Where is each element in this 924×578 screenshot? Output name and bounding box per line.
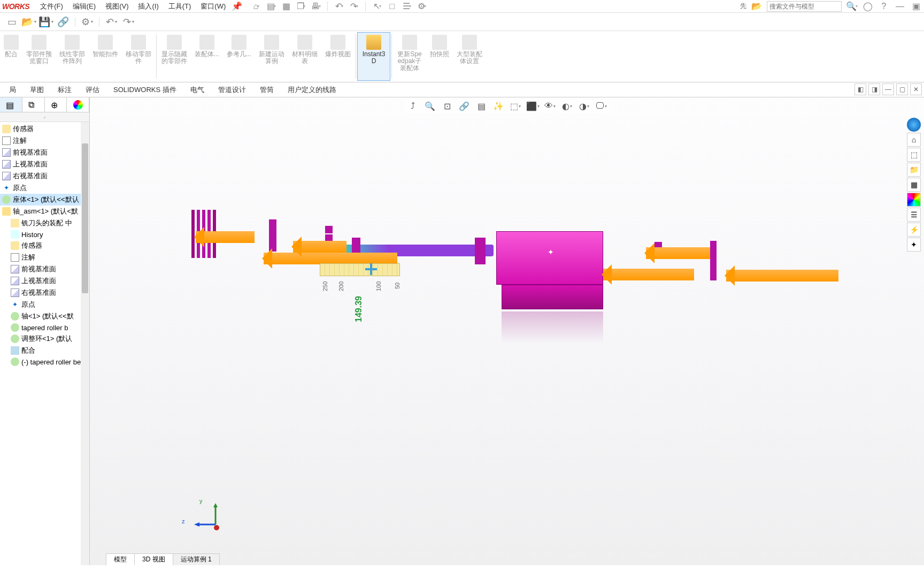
dim-icon[interactable]: □ [386,1,398,12]
minimize-icon[interactable]: — [894,1,906,12]
open-btn[interactable]: 📂 [21,14,36,29]
doc-close-btn[interactable]: ✕ [910,83,922,95]
user-icon[interactable]: ◯ [862,1,874,12]
redo2-btn[interactable]: ↷ [121,14,136,29]
undo-icon[interactable]: ↶ [333,1,345,12]
menu-window[interactable]: 窗口(W) [196,1,230,12]
tree-node-10[interactable]: 传感器 [0,240,89,252]
rt-motion-icon[interactable]: ⚡ [907,223,921,237]
print-icon[interactable]: 🖶 [310,1,322,12]
vp-normal-icon[interactable]: ⤴ [405,100,420,112]
fp-tab-config[interactable]: ⧉ [22,97,45,112]
tree-node-7[interactable]: 轴_asm<1> (默认<默 [0,206,89,217]
tab-userroute[interactable]: 用户定义的线路 [281,82,343,97]
tab-sketch[interactable]: 草图 [23,82,51,97]
tree-node-3[interactable]: 上视基准面 [0,158,89,170]
vp-display-style-icon[interactable]: ⬛ [525,100,540,112]
tree-node-15[interactable]: 原点 [0,299,89,310]
vp-zoom-area-icon[interactable]: ⊡ [440,100,455,112]
btab-motion[interactable]: 运动算例 1 [173,553,220,565]
fp-tab-tree[interactable]: ▤ [0,97,22,112]
tree-node-8[interactable]: 铣刀头的装配 中 [0,217,89,229]
rt-home-icon[interactable]: ⌂ [907,133,921,147]
search-icon[interactable]: 🔍 [846,1,858,12]
vp-appear-icon[interactable]: ◑ [576,100,591,112]
tab-pipe[interactable]: 管道设计 [211,82,253,97]
tree-node-19[interactable]: 配合 [0,345,89,356]
folder-open-icon[interactable]: 📂 [751,1,763,12]
gear-icon[interactable]: ⚙ [416,1,428,12]
tree-node-12[interactable]: 前视基准面 [0,263,89,275]
tab-evaluate[interactable]: 评估 [79,82,106,97]
redo-icon[interactable]: ↷ [348,1,360,12]
doc-icon[interactable]: ▤ [265,1,277,12]
tree-node-4[interactable]: 右视基准面 [0,170,89,182]
rt-list-icon[interactable]: ☰ [907,208,921,222]
tab-electric[interactable]: 电气 [183,82,211,97]
menu-edit[interactable]: 编辑(E) [68,1,100,12]
menu-tools[interactable]: 工具(T) [164,1,196,12]
tree-node-14[interactable]: 右视基准面 [0,287,89,299]
tree-node-6[interactable]: 座体<1> (默认<<默认 [0,194,89,206]
tree-node-20[interactable]: (-) tapered roller be [0,356,89,367]
layers-icon[interactable]: ❐ [295,1,307,12]
rt-box-icon[interactable]: ⬚ [907,148,921,162]
select-icon[interactable]: ↖ [371,1,383,12]
fp-tab-appear[interactable] [67,97,89,112]
tree-node-9[interactable]: History [0,229,89,240]
vp-zoom-fit-icon[interactable]: 🔍 [422,100,437,112]
list-icon[interactable]: ☰ [401,1,413,12]
tab-plugins[interactable]: SOLIDWORKS 插件 [106,82,183,97]
panel-right-btn[interactable]: ◨ [868,83,880,95]
vp-prev-view-icon[interactable]: 🔗 [457,100,472,112]
vp-hide-show-icon[interactable]: 👁 [542,100,557,112]
tree-node-2[interactable]: 前视基准面 [0,147,89,158]
maximize-icon[interactable]: ▣ [910,1,922,12]
save-btn[interactable]: 💾 [38,14,53,29]
menu-insert[interactable]: 插入(I) [134,1,163,12]
btab-model[interactable]: 模型 [106,553,135,565]
vp-scene-icon[interactable]: ◐ [559,100,574,112]
tab-tube[interactable]: 管筒 [253,82,281,97]
options-btn[interactable]: ⚙ [80,14,95,29]
rt-render-icon[interactable]: ✦ [907,238,921,252]
vp-section-icon[interactable]: ▤ [474,100,489,112]
instant3d-ruler[interactable] [320,263,400,276]
panel-left-btn[interactable]: ◧ [854,83,866,95]
ribbon-btn-11[interactable]: Instant3D [357,32,390,81]
tree-node-1[interactable]: 注解 [0,135,89,147]
tree-node-16[interactable]: 轴<1> (默认<<默 [0,310,89,322]
vp-dynamic-icon[interactable]: ✨ [491,100,506,112]
vp-view-orient-icon[interactable]: ⬚ [508,100,523,112]
tree-node-18[interactable]: 调整环<1> (默认 [0,333,89,345]
tree-node-17[interactable]: tapered roller b [0,322,89,333]
search-input[interactable] [767,1,842,12]
tree-node-0[interactable]: 传感器 [0,123,89,135]
menu-view[interactable]: 视图(V) [101,1,133,12]
doc-min-btn[interactable]: — [882,83,894,95]
home-icon[interactable]: ⌂ [250,1,262,12]
rt-folder-icon[interactable]: 📁 [907,163,921,177]
tree-scrollbar[interactable] [81,122,89,565]
doc-max-btn[interactable]: ▢ [896,83,908,95]
tab-layout[interactable]: 局 [2,82,23,97]
tab-annotate[interactable]: 标注 [51,82,79,97]
new-btn[interactable]: ▭ [4,14,19,29]
fp-tab-display[interactable]: ⊕ [45,97,67,112]
menu-file[interactable]: 文件(F) [36,1,67,12]
move-handle-icon[interactable] [365,263,377,275]
grid-icon[interactable]: ▦ [280,1,292,12]
tree-node-11[interactable]: 注解 [0,252,89,263]
undo2-btn[interactable]: ↶ [104,14,119,29]
attach-btn[interactable]: 🔗 [56,14,71,29]
pin-icon[interactable]: 📌 [231,1,243,12]
orientation-triad[interactable] [194,501,226,533]
viewport-3d[interactable]: ⤴ 🔍 ⊡ 🔗 ▤ ✨ ⬚ ⬛ 👁 ◐ ◑ 🖵 ✦ [90,97,924,565]
rt-grid-icon[interactable]: ▦ [907,178,921,192]
help-icon[interactable]: ? [878,1,890,12]
btab-3dview[interactable]: 3D 视图 [134,553,173,565]
tree-node-5[interactable]: 原点 [0,182,89,194]
tree-node-13[interactable]: 上视基准面 [0,275,89,287]
rt-globe-icon[interactable] [907,118,921,132]
vp-screen-icon[interactable]: 🖵 [594,100,609,112]
